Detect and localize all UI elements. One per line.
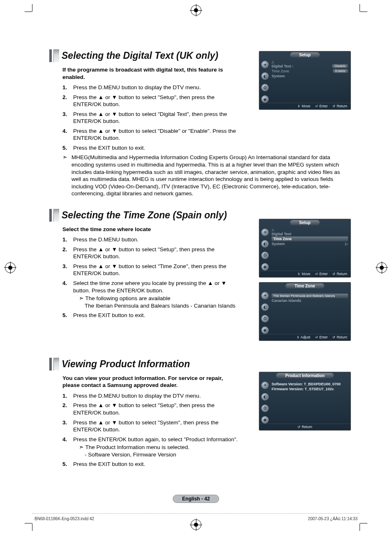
osd-icon: ✦ [261,382,269,389]
osd-icon: ◆ [261,95,269,103]
step-text: Press the ▲ or ▼ button to select "Setup… [73,246,238,260]
osd-icon: ◆ [261,416,269,424]
osd-info-line: Software Version: T_BDXPDEU00_0700 [272,382,348,387]
osd-icon: ✦ [261,292,269,299]
osd-foot-return: Return [297,425,312,429]
osd-icon: ◐ [261,240,269,248]
step-text: Press the ▲ or ▼ button to select "Setup… [73,94,238,108]
step-text: Press the D.MENU button to display the D… [73,392,238,400]
note-text: MHEG(Multimedia and Hypermedia Informati… [71,154,345,197]
osd-icon: ✦ [261,61,269,68]
crop-mark [32,523,32,531]
crop-mark [360,523,367,523]
sub-note: The Iberian Peninsula and Balears Island… [85,302,238,310]
osd-foot-return: Return [332,272,347,276]
osd-info-line: Firmware Version: T_STDEU7_102c [272,387,348,391]
osd-icon: ❂ [261,405,269,412]
osd-icon: ❂ [261,84,269,91]
heading-title: Viewing Product Information [62,358,190,371]
up-triangle-icon: △ [272,228,348,232]
footer-filename: BN68-01186K-Eng-0523.indd 42 [35,516,94,521]
osd-icon: ✦ [261,229,269,236]
osd-row: System [272,74,348,79]
step-text: Press the ▲ or ▼ button to select "Disab… [73,127,238,142]
footer-timestamp: 2007-05-23 ¿ÀÀü 11:14:33 [308,516,357,521]
step-text: Press the ▲ or ▼ button to select "Syste… [73,419,238,433]
sub-note: - Software Version, Firmware Version [85,451,238,459]
heading: Viewing Product Information [49,358,345,371]
sub-note: The following options are available [79,295,238,302]
osd-row-selected: The Iberian Peninsula and Balears Island… [272,294,348,298]
osd-foot-enter: Enter [315,104,327,108]
osd-row: Digital Text : Disable [272,64,348,69]
step-text: Press the EXIT button to exit. [73,144,238,152]
osd-foot-enter: Enter [315,335,327,339]
osd-foot-return: Return [332,104,347,108]
crop-mark [25,523,32,523]
osd-foot-adjust: Adjust [297,335,311,339]
crop-mark [32,4,32,12]
osd-icon: ❂ [261,252,269,259]
arrow-icon [62,154,71,197]
crop-mark [360,523,360,531]
osd-option: Disable [332,64,348,68]
step-text: Press the EXIT button to exit. [73,461,238,468]
step-text: Press the D.MENU button. [73,236,238,243]
osd-product-info: Product Information ✦ ◐ ❂ ◆ Software Ver… [259,372,351,431]
osd-icon: ◆ [261,263,269,271]
osd-row: Canarian Islands [272,298,348,303]
registration-mark-icon [191,5,201,16]
osd-timezone-list: Time Zone ✦ ◐ ❂ ◆ The Iberian Peninsula … [259,282,351,341]
osd-row: Time Zone Enable [272,69,348,74]
step-text: Press the ENTER/OK button again, to sele… [73,436,238,442]
osd-title: Setup [290,52,320,58]
step-text: Press the ▲ or ▼ button to select "Digit… [73,111,238,125]
up-triangle-icon: △ [272,60,348,64]
osd-setup-timezone: Setup ✦ ◐ ❂ ◆ △ Digital Text Time Zone S… [259,219,351,278]
step-text: Select the time zone where you locate by… [73,280,226,294]
registration-mark-icon [376,262,387,273]
section-digital-text: Selecting the Digital Text (UK only) If … [49,49,345,197]
right-arrow-icon: ▷ [345,242,348,246]
step-text: Press the EXIT button to exit. [73,312,238,319]
osd-foot-enter: Enter [315,272,327,276]
footer-divider [32,513,360,514]
osd-title: Product Information [276,373,334,378]
osd-row: Digital Text [272,232,348,236]
heading-title: Selecting the Time Zone (Spain only) [62,209,227,222]
note: MHEG(Multimedia and Hypermedia Informati… [62,154,345,197]
osd-option: Enable [333,69,348,73]
osd-row-selected: Time Zone [272,236,348,241]
registration-mark-icon [5,262,16,273]
osd-icon: ◐ [261,72,269,80]
section-time-zone: Selecting the Time Zone (Spain only) Sel… [49,209,345,346]
section-product-info: Viewing Product Information You can view… [49,358,345,468]
osd-title: Time Zone [286,283,324,289]
osd-row: System ▷ [272,241,348,246]
step-text: Press the ▲ or ▼ button to select "Time … [73,263,238,277]
registration-mark-icon [191,519,201,530]
sub-note: The Product Information menu is selected… [79,444,238,451]
osd-icon: ◐ [261,303,269,311]
osd-icon: ❂ [261,315,269,322]
crop-mark [25,12,32,12]
osd-icon: ◐ [261,393,269,401]
osd-icon: ◆ [261,327,269,334]
crop-mark [360,4,360,12]
step-text: Press the ▲ or ▼ button to select "Setup… [73,402,238,416]
heading-title: Selecting the Digital Text (UK only) [62,49,218,62]
page-number-badge: English - 42 [173,495,219,503]
step-text: Press the D.MENU button to display the D… [73,84,238,91]
osd-title: Setup [290,220,320,225]
osd-foot-move: Move [297,272,310,276]
osd-setup-digital-text: Setup ✦ ◐ ❂ ◆ △ Digital Text : Disable T… [259,51,351,110]
osd-foot-move: Move [297,104,310,108]
crop-mark [360,12,367,12]
osd-foot-return: Return [332,335,347,339]
